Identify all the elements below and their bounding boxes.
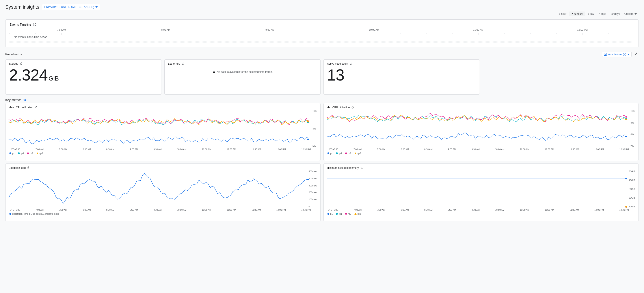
refresh-icon[interactable] [182, 62, 184, 65]
edit-dashboard-icon[interactable] [634, 51, 639, 57]
time-range-1h[interactable]: 1 hour [557, 12, 568, 16]
time-range-custom-label: Custom [624, 12, 634, 16]
legend-item[interactable]: rp3 [36, 152, 43, 155]
annotation-icon [604, 53, 607, 56]
log-errors-title: Log errors [168, 62, 180, 65]
timeline-label: 12:00 PM [577, 29, 588, 31]
mean-cpu-title: Mean CPU utilization [8, 106, 33, 109]
dashboard-mode-dropdown[interactable]: Predefined [5, 53, 22, 56]
key-metrics-title: Key metrics [5, 98, 22, 102]
storage-title: Storage [9, 62, 18, 65]
max-cpu-legend: p1rp1rp2rp3 [327, 151, 636, 155]
refresh-icon[interactable] [349, 62, 352, 65]
timeline-label: 8:00 AM [161, 29, 170, 31]
check-icon [571, 13, 574, 15]
refresh-icon[interactable] [27, 166, 30, 169]
pencil-icon [634, 52, 638, 56]
page-title: System insights [5, 4, 39, 10]
svg-point-8 [307, 121, 309, 122]
storage-unit: GiB [48, 75, 59, 82]
help-icon[interactable]: ? [33, 23, 36, 26]
time-range-custom[interactable]: Custom [622, 12, 639, 16]
time-range-30d[interactable]: 30 days [609, 12, 622, 16]
cluster-selector[interactable]: PRIMARY CLUSTER (ALL INSTANCES) [42, 4, 100, 10]
timeline-axis[interactable]: 7:00 AM8:00 AM9:00 AM10:00 AM11:00 AM12:… [10, 29, 634, 33]
svg-point-11 [625, 116, 627, 118]
annotations-button[interactable]: Annotations (2) [602, 52, 632, 57]
refresh-icon[interactable] [20, 62, 23, 65]
time-range-1d[interactable]: 1 day [586, 12, 596, 16]
db-load-legend: execution_time p1 us-central1 insights-d… [8, 211, 317, 215]
svg-point-5 [307, 139, 309, 140]
legend-item[interactable]: rp1 [336, 152, 342, 155]
mean-cpu-chart-card: Mean CPU utilization 10%8%5% UTC+5:307:0… [5, 103, 321, 161]
warning-icon [212, 70, 216, 74]
legend-item[interactable]: rp1 [18, 152, 24, 155]
legend-item[interactable]: rp1 [336, 212, 342, 215]
legend-item[interactable]: rp3 [354, 152, 361, 155]
db-load-yaxis: 500ms/s400ms/s300ms/s200ms/s100ms/s0 [308, 170, 317, 208]
cluster-selector-label: PRIMARY CLUSTER (ALL INSTANCES) [44, 6, 94, 9]
svg-point-12 [625, 119, 627, 120]
min-mem-chart-card: Minimum available memory 50GiB40GiB30GiB… [323, 163, 639, 221]
max-cpu-plot[interactable] [327, 110, 636, 147]
min-mem-plot[interactable] [327, 170, 636, 208]
max-cpu-title: Max CPU utilization [327, 106, 350, 109]
timeline-label: 9:00 AM [265, 29, 274, 31]
time-range-6h-label: 6 hours [574, 12, 583, 16]
min-mem-title: Minimum available memory [327, 166, 359, 169]
legend-item[interactable]: p1 [328, 152, 333, 155]
min-mem-yaxis: 50GiB40GiB30GiB20GiB10GiB [629, 170, 635, 208]
events-timeline-card: Events Timeline ? 7:00 AM8:00 AM9:00 AM1… [5, 20, 639, 47]
legend-item[interactable]: rp2 [27, 152, 33, 155]
max-cpu-chart-card: Max CPU utilization 10%8%4%2% UTC+5:307:… [323, 103, 639, 161]
svg-text:?: ? [34, 24, 35, 26]
timeline-label: 11:00 AM [473, 29, 483, 31]
legend-item[interactable]: rp2 [345, 212, 351, 215]
events-timeline-title: Events Timeline [10, 23, 31, 26]
db-load-title: Database load [8, 166, 26, 169]
legend-item[interactable]: rp3 [354, 212, 361, 215]
db-load-chart-card: Database load 500ms/s400ms/s300ms/s200ms… [5, 163, 321, 221]
log-errors-card: Log errors No data is available for the … [164, 59, 321, 95]
timeline-label: 10:00 AM [369, 29, 379, 31]
active-nodes-title: Active node count [327, 62, 348, 65]
storage-value: 2.324 [9, 67, 48, 83]
refresh-icon[interactable] [351, 106, 354, 109]
min-mem-xaxis: UTC+5:307:00 AM7:30 AM8:00 AM8:30 AM9:00… [327, 208, 636, 211]
mean-cpu-plot[interactable] [8, 110, 317, 147]
legend-item[interactable]: p1 [328, 212, 333, 215]
active-nodes-card: Active node count 13 [323, 59, 480, 95]
legend-item[interactable]: rp2 [345, 152, 351, 155]
legend-item[interactable]: p1 [10, 152, 15, 155]
svg-point-9 [625, 136, 627, 137]
dashboard-mode-label: Predefined [5, 53, 19, 56]
time-range-7d[interactable]: 7 days [596, 12, 608, 16]
svg-point-17 [625, 206, 627, 208]
svg-point-14 [625, 178, 627, 179]
annotations-label: Annotations (2) [608, 53, 626, 56]
max-cpu-yaxis: 10%8%4%2% [630, 110, 635, 147]
chevron-down-icon [96, 6, 98, 8]
min-mem-legend: p1rp1rp2rp3 [327, 211, 636, 215]
chevron-down-icon [628, 54, 630, 55]
time-range-picker: 1 hour 6 hours 1 day 7 days 30 days Cust… [0, 12, 644, 18]
storage-card: Storage 2.324 GiB [5, 59, 162, 95]
events-empty-message: No events in this time period [10, 33, 634, 40]
mean-cpu-yaxis: 10%8%5% [312, 110, 317, 147]
refresh-icon[interactable] [34, 106, 38, 109]
legend-item[interactable]: execution_time p1 us-central1 insights-d… [10, 212, 59, 215]
active-nodes-value: 13 [327, 67, 344, 83]
chevron-down-icon [634, 13, 637, 15]
time-range-6h[interactable]: 6 hours [569, 12, 585, 16]
chevron-down-icon [20, 54, 22, 55]
mean-cpu-xaxis: UTC+5:307:00 AM7:30 AM8:00 AM8:30 AM9:00… [8, 147, 317, 151]
db-load-xaxis: UTC+5:307:00 AM7:30 AM8:00 AM8:30 AM9:00… [8, 208, 317, 211]
visibility-icon[interactable] [23, 98, 27, 102]
timeline-scrubber[interactable] [10, 41, 634, 43]
svg-rect-2 [604, 53, 606, 55]
log-errors-nodata: No data is available for the selected ti… [217, 70, 273, 74]
refresh-icon[interactable] [360, 166, 363, 169]
max-cpu-xaxis: UTC+5:307:00 AM7:30 AM8:00 AM8:30 AM9:00… [327, 147, 636, 151]
db-load-plot[interactable] [8, 170, 317, 208]
